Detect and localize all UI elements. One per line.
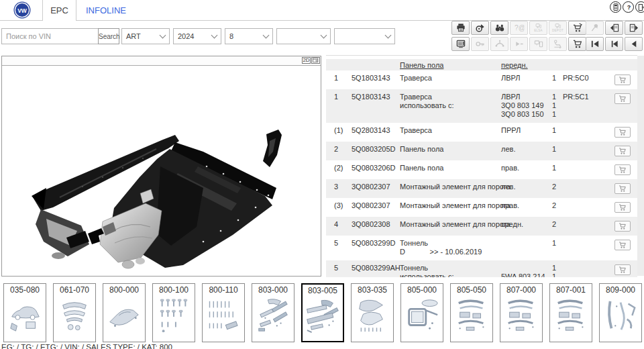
pr-cell: PR:5C0 <box>563 74 614 85</box>
description-cell: Панель пола <box>400 145 501 156</box>
thumbnail-label: 805-000 <box>401 285 443 295</box>
thumbnail-item[interactable]: 061-070 <box>53 283 96 342</box>
position-cell: 3 <box>334 183 352 194</box>
position-cell: (2) <box>334 164 352 175</box>
print-button[interactable] <box>451 21 470 35</box>
table-row[interactable]: (3)3Q0802307Монтажный элемент для порога… <box>326 198 637 217</box>
parts-diagram-canvas[interactable] <box>2 66 321 277</box>
add-to-cart-button[interactable] <box>614 74 631 85</box>
cart-icon <box>619 166 627 174</box>
add-to-cart-button[interactable] <box>614 93 631 104</box>
thumbnail-item[interactable]: 800-000 <box>103 283 146 342</box>
table-row[interactable]: 43Q0802308Монтажный элемент для порогаср… <box>326 217 637 236</box>
header-remark: передн. <box>501 61 552 69</box>
diagram-toolbar: 2D <box>2 56 321 66</box>
remark-cell: 5WA 803 214 <box>501 264 552 277</box>
remark-cell <box>501 239 552 256</box>
cart-icon <box>619 222 627 230</box>
select-year[interactable]: 2024 <box>173 28 221 44</box>
view-2d-button[interactable]: 2D <box>302 57 311 64</box>
chevron-down-icon <box>160 32 166 39</box>
cart-icon <box>619 128 627 136</box>
select-month[interactable]: 8 <box>225 28 273 44</box>
vin-search-input[interactable] <box>1 28 99 44</box>
thumbnail-sketch <box>156 295 192 336</box>
thumbnail-item[interactable]: 800-100 <box>152 283 195 342</box>
description-cell: Монтажный элемент для порога <box>400 183 501 194</box>
thumbnail-item[interactable]: 805-000 <box>400 283 443 342</box>
remark-cell: лев. <box>501 145 552 156</box>
split-view-button[interactable] <box>311 57 320 64</box>
select-extra-2[interactable] <box>334 28 395 44</box>
thumbnail-label: 800-110 <box>203 285 244 295</box>
wheel-info-button[interactable] <box>471 21 489 35</box>
table-row[interactable]: 15Q1803143ТраверсаЛВРЛ1PR:5C0 <box>326 70 637 89</box>
thumbnail-item[interactable]: 807-000 <box>500 283 543 342</box>
previous-page-button[interactable] <box>625 37 643 51</box>
add-to-cart-button[interactable] <box>614 183 631 194</box>
tab-epc[interactable]: EPC <box>42 0 76 21</box>
add-to-cart-button[interactable] <box>614 240 631 250</box>
select-extra-1[interactable] <box>276 28 331 44</box>
toolbar-row1-nav <box>586 21 643 35</box>
thumbnail-item[interactable]: 803-000 <box>252 283 294 342</box>
pr-cell: PR:5C1 <box>563 93 614 119</box>
thumbnail-label: 807-001 <box>550 285 592 295</box>
add-to-cart-button[interactable] <box>614 202 631 213</box>
cart-icon <box>619 76 627 84</box>
description-cell: Траверса <box>400 126 501 138</box>
add-to-cart-button[interactable] <box>614 264 631 275</box>
add-to-cart-button[interactable] <box>614 221 631 232</box>
continue-button <box>510 37 528 51</box>
toolbar-button-label: ELSA <box>534 30 543 33</box>
chevron-down-icon <box>263 32 270 39</box>
thumbnail-item[interactable]: 803-005 <box>301 283 344 342</box>
table-row[interactable]: 33Q0802307Монтажный элемент для порогале… <box>326 179 637 198</box>
remark-cell: ЛВРЛ <box>501 74 552 85</box>
cart-button[interactable] <box>568 37 586 51</box>
cart-icon <box>619 203 627 211</box>
table-row[interactable]: 55Q0803299AHТоннельиспользовать с:D - 10… <box>326 260 637 277</box>
next-image-button[interactable] <box>625 21 643 35</box>
chevron-down-icon <box>321 32 327 39</box>
previous-image-button[interactable] <box>605 21 623 35</box>
add-to-cart-button[interactable] <box>614 146 631 156</box>
tab-infoline[interactable]: INFOLINE <box>76 0 136 20</box>
remark-cell: прав. <box>501 201 552 213</box>
navprev-icon <box>629 39 639 49</box>
thumbnail-item[interactable]: 800-110 <box>202 283 245 342</box>
cart-icon <box>619 147 627 155</box>
table-row[interactable]: (2)5Q0803206DПанель полаправ.1 <box>326 160 637 179</box>
order-transfer-button[interactable] <box>568 21 586 35</box>
add-to-cart-button[interactable] <box>614 164 631 175</box>
search-button[interactable]: Search <box>98 28 119 44</box>
thumbnail-item[interactable]: 809-000 <box>599 283 642 342</box>
remark-cell: средн. <box>501 220 552 232</box>
select-art[interactable]: ART <box>121 28 170 44</box>
parts-list-button[interactable] <box>451 37 470 51</box>
depot-button: DEPOT <box>549 21 567 35</box>
thumbnail-item[interactable]: 035-080 <box>3 283 46 342</box>
table-row[interactable]: 15Q1803143Траверсаиспользовать с:ЛВРЛ3Q0… <box>326 89 637 123</box>
table-scrollbar[interactable] <box>637 56 644 276</box>
cart-icon <box>619 95 627 103</box>
first-page-button[interactable] <box>586 37 604 51</box>
add-to-cart-button[interactable] <box>614 127 631 138</box>
part-number-cell: 5Q1803143 <box>352 74 400 85</box>
thumbnail-item[interactable]: 803-035 <box>351 283 394 342</box>
table-row[interactable]: 55Q0803299DТоннельD >> - 10.06.2019 1 <box>326 236 637 260</box>
thumbnail-item[interactable]: 805-050 <box>450 283 493 342</box>
help-button[interactable] <box>623 1 634 13</box>
table-row[interactable]: 25Q0803205DПанель полалев.1 <box>326 142 637 160</box>
pr-cell <box>563 201 614 213</box>
thumbnail-item[interactable]: 807-001 <box>549 283 592 342</box>
description-cell: Траверса <box>400 74 501 85</box>
exit-button[interactable] <box>635 1 644 13</box>
header-bar: VW EPCINFOLINE <box>0 0 644 21</box>
search-parts-button[interactable] <box>490 21 508 35</box>
table-row[interactable]: (1)5Q2803143ТраверсаПРРЛ1 <box>326 123 637 142</box>
catalog-selects: ART20248 <box>121 28 395 44</box>
thumbnail-sketch <box>553 295 589 336</box>
previous-group-button[interactable] <box>605 37 623 51</box>
calculator-button[interactable] <box>610 1 621 13</box>
